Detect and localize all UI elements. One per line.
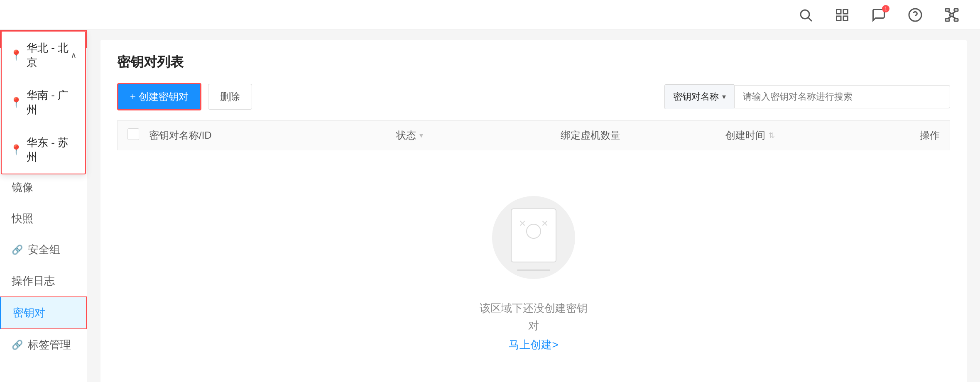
sidebar-item-image[interactable]: 镜像 (0, 172, 87, 203)
sidebar: 📍 华北 - 北京 ∧ 📍 华南 - 广州 📍 华东 - 苏州 实例 (0, 30, 87, 382)
grid-icon[interactable] (834, 7, 850, 23)
chat-badge: 1 (882, 5, 889, 12)
chevron-up-icon: ∧ (71, 50, 77, 60)
svg-rect-5 (843, 16, 848, 21)
sidebar-item-operation-log[interactable]: 操作日志 (0, 265, 87, 296)
svg-line-16 (952, 16, 956, 19)
col-bind-label: 绑定虚机数量 (561, 130, 620, 141)
region-dropdown: 📍 华北 - 北京 ∧ 📍 华南 - 广州 📍 华东 - 苏州 (1, 31, 86, 174)
sidebar-item-operation-log-label: 操作日志 (12, 274, 55, 288)
content-area: 密钥对列表 + 创建密钥对 删除 密钥对名称 ▾ (87, 30, 980, 382)
network-icon[interactable] (943, 7, 960, 23)
col-status-label: 状态 (396, 129, 416, 142)
region-item-guangzhou[interactable]: 📍 华南 - 广州 (2, 79, 85, 126)
col-time-label: 创建时间 (725, 129, 765, 142)
svg-rect-12 (954, 19, 958, 21)
chevron-down-icon: ▾ (722, 92, 726, 101)
region-selector[interactable]: 📍 华北 - 北京 ∧ 📍 华南 - 广州 📍 华东 - 苏州 (0, 30, 87, 48)
sidebar-item-snapshot[interactable]: 快照 (0, 203, 87, 234)
svg-rect-10 (950, 14, 954, 16)
sidebar-item-snapshot-label: 快照 (12, 211, 33, 226)
empty-doc-circle (526, 224, 541, 239)
select-all-checkbox-container (127, 128, 149, 142)
sidebar-item-tag-mgmt-label: 标签管理 (28, 338, 71, 352)
region-beijing-label: 华北 - 北京 (27, 41, 71, 70)
svg-rect-9 (954, 9, 958, 11)
main-layout: 📍 华北 - 北京 ∧ 📍 华南 - 广州 📍 华东 - 苏州 实例 (0, 30, 980, 382)
region-item-beijing[interactable]: 📍 华北 - 北京 ∧ (2, 32, 85, 79)
region-item-suzhou[interactable]: 📍 华东 - 苏州 (2, 126, 85, 174)
search-filter-label: 密钥对名称 (673, 91, 719, 103)
svg-line-14 (952, 11, 956, 14)
search-icon[interactable] (797, 7, 814, 23)
sidebar-item-keypair[interactable]: 密钥对 (0, 296, 87, 329)
col-header-action: 操作 (890, 129, 940, 142)
top-bar: 1 (0, 0, 980, 30)
table-container: 密钥对名称/ID 状态 ▾ 绑定虚机数量 创建时间 ⇅ 操作 (117, 120, 950, 377)
col-header-bind: 绑定虚机数量 (561, 129, 725, 142)
svg-line-1 (808, 17, 812, 21)
sidebar-item-image-label: 镜像 (12, 180, 33, 195)
empty-doc-line (517, 269, 550, 271)
empty-doc-icon (511, 208, 556, 262)
region-guangzhou-label: 华南 - 广州 (27, 88, 77, 117)
pin-beijing-icon: 📍 (10, 49, 22, 61)
col-header-time[interactable]: 创建时间 ⇅ (725, 129, 890, 142)
svg-line-13 (948, 11, 952, 14)
svg-line-15 (948, 16, 952, 19)
table-header: 密钥对名称/ID 状态 ▾ 绑定虚机数量 创建时间 ⇅ 操作 (117, 120, 950, 150)
svg-rect-4 (837, 16, 841, 21)
svg-rect-2 (837, 9, 841, 14)
chat-icon[interactable]: 1 (870, 7, 887, 23)
toolbar-right: 密钥对名称 ▾ (664, 84, 950, 109)
create-keypair-button[interactable]: + 创建密钥对 (117, 83, 201, 110)
top-bar-icons: 1 (797, 7, 960, 23)
link-security-icon: 🔗 (12, 245, 23, 255)
svg-rect-8 (946, 9, 949, 11)
page-title: 密钥对列表 (117, 53, 950, 71)
svg-rect-3 (843, 9, 848, 14)
sidebar-item-security-group[interactable]: 🔗 安全组 (0, 234, 87, 265)
sidebar-item-security-group-label: 安全组 (28, 242, 60, 257)
col-action-label: 操作 (920, 130, 940, 141)
help-icon[interactable] (907, 7, 924, 23)
search-input[interactable] (734, 85, 950, 108)
svg-point-0 (801, 10, 809, 19)
select-all-checkbox[interactable] (127, 128, 139, 140)
search-filter-select[interactable]: 密钥对名称 ▾ (664, 84, 734, 109)
sidebar-item-keypair-label: 密钥对 (13, 306, 45, 320)
time-sort-icon: ⇅ (769, 131, 775, 140)
pin-guangzhou-icon: 📍 (10, 97, 22, 108)
svg-rect-11 (946, 19, 949, 21)
toolbar: + 创建密钥对 删除 密钥对名称 ▾ (117, 83, 950, 110)
toolbar-left: + 创建密钥对 删除 (117, 83, 252, 110)
pin-suzhou-icon: 📍 (10, 144, 22, 156)
status-sort-icon: ▾ (419, 131, 423, 140)
region-suzhou-label: 华东 - 苏州 (27, 135, 77, 164)
delete-button[interactable]: 删除 (208, 84, 252, 110)
sidebar-item-tag-mgmt[interactable]: 🔗 标签管理 (0, 329, 87, 360)
link-tag-icon: 🔗 (12, 340, 23, 350)
empty-description: 该区域下还没创建密钥对 (480, 302, 588, 332)
empty-illustration (488, 192, 579, 283)
col-name-label: 密钥对名称/ID (149, 130, 212, 141)
empty-text: 该区域下还没创建密钥对 (480, 300, 588, 334)
empty-state: 该区域下还没创建密钥对 马上创建> (117, 150, 950, 377)
empty-create-link[interactable]: 马上创建> (509, 338, 558, 352)
col-header-status[interactable]: 状态 ▾ (396, 129, 561, 142)
content-inner: 密钥对列表 + 创建密钥对 删除 密钥对名称 ▾ (100, 40, 967, 382)
col-header-name: 密钥对名称/ID (149, 129, 396, 142)
